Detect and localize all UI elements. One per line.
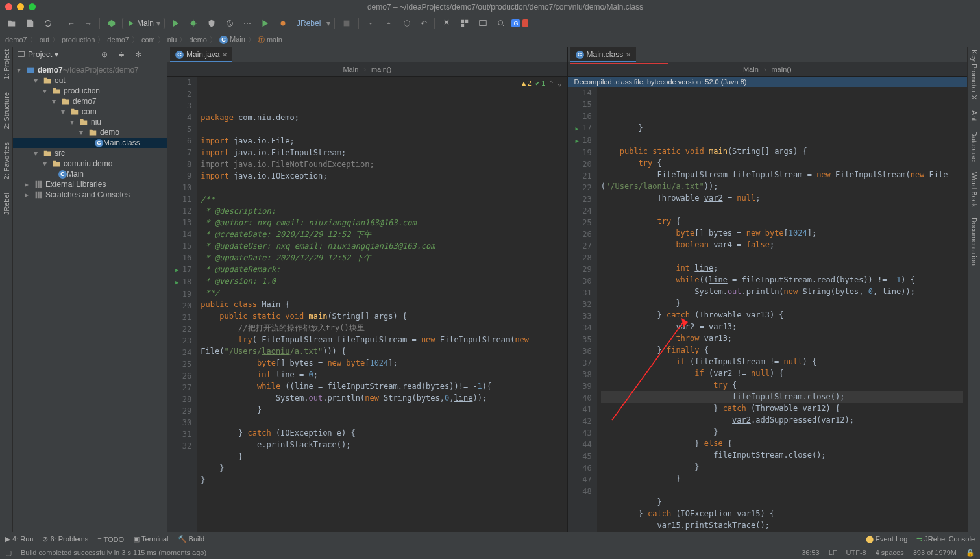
side-tab[interactable]: JRebel	[3, 193, 10, 215]
ok-badge[interactable]: ✔1	[535, 78, 545, 90]
hide-panel-icon[interactable]: —	[149, 48, 163, 61]
side-tab[interactable]: Documentation	[970, 217, 978, 266]
addon-button[interactable]	[522, 19, 528, 27]
run-button[interactable]	[167, 17, 183, 30]
vcs-history-button[interactable]	[399, 17, 415, 30]
close-tab-icon[interactable]: ✕	[222, 51, 227, 58]
project-target-icon[interactable]: ⊕	[98, 48, 111, 61]
stop-button[interactable]	[339, 17, 354, 30]
right-code-area[interactable]: 141516▶ 17▶ 1819202122232425262728293031…	[568, 87, 968, 532]
right-editor: CMain.class✕ Main›main() Decompiled .cla…	[568, 47, 968, 532]
maximize-window-icon[interactable]	[29, 3, 36, 10]
tab-main-java[interactable]: CMain.java✕	[170, 47, 232, 62]
ide-button[interactable]	[475, 17, 491, 30]
vcs-rollback-button[interactable]: ↶	[417, 17, 430, 30]
status-message: Build completed successfully in 3 s 115 …	[21, 549, 206, 556]
indent[interactable]: 4 spaces	[876, 549, 904, 556]
side-tab[interactable]: Word Book	[970, 172, 978, 207]
breadcrumb-item[interactable]: demo7	[5, 36, 27, 43]
translate-button[interactable]: G	[511, 19, 520, 27]
close-window-icon[interactable]	[5, 3, 12, 10]
tab-todo[interactable]: ≡ TODO	[97, 536, 124, 543]
tab-problems[interactable]: ⊘ 6: Problems	[42, 535, 88, 543]
tree-file[interactable]: CMain.class	[13, 138, 167, 148]
sync-button[interactable]	[40, 17, 56, 30]
tree-folder[interactable]: ▸Scratches and Consoles	[13, 190, 167, 200]
breadcrumb-item[interactable]: C Main	[219, 35, 245, 44]
left-code-area[interactable]: 12345678910111213141516▶ 17▶ 18192021222…	[167, 77, 567, 532]
encoding[interactable]: UTF-8	[846, 549, 866, 556]
warnings-badge[interactable]: ▲2	[522, 78, 532, 90]
tree-root[interactable]: ▾demo7 ~/IdeaProjects/demo7	[13, 65, 167, 75]
side-tab[interactable]: 2: Favorites	[3, 142, 10, 179]
editor-bc-method[interactable]: main()	[771, 66, 791, 73]
tree-folder[interactable]: ▸External Libraries	[13, 179, 167, 190]
project-tree[interactable]: ▾demo7 ~/IdeaProjects/demo7▾out▾producti…	[13, 62, 167, 203]
jrebel-run-button[interactable]	[257, 17, 273, 30]
jrebel-debug-button[interactable]	[275, 17, 291, 30]
close-tab-icon[interactable]: ✕	[626, 51, 631, 58]
tree-folder[interactable]: ▾com.niu.demo	[13, 158, 167, 169]
event-log-tab[interactable]: ⬤ Event Log	[866, 535, 908, 543]
side-tab[interactable]: Database	[970, 131, 978, 162]
coverage-button[interactable]	[204, 17, 219, 30]
tree-folder[interactable]: ▾demo	[13, 127, 167, 138]
inspection-up-icon[interactable]: ⌃	[549, 78, 554, 90]
svg-rect-11	[27, 68, 34, 73]
build-button[interactable]	[104, 17, 119, 30]
tab-main-class[interactable]: CMain.class✕	[570, 47, 637, 62]
side-tab[interactable]: 1: Project	[3, 49, 10, 79]
tree-folder[interactable]: ▾src	[13, 148, 167, 158]
breadcrumb-item[interactable]: com	[141, 36, 155, 43]
profile-button[interactable]	[222, 17, 238, 30]
search-button[interactable]	[493, 17, 509, 30]
svg-point-9	[498, 20, 503, 25]
tree-folder[interactable]: ▾com	[13, 106, 167, 117]
svg-rect-12	[36, 181, 38, 188]
svg-rect-6	[465, 19, 468, 22]
back-button[interactable]: ←	[64, 17, 79, 30]
forward-button[interactable]: →	[81, 17, 95, 30]
breadcrumb-item[interactable]: production	[62, 36, 95, 43]
side-tab[interactable]: 2: Structure	[3, 92, 10, 129]
tree-folder[interactable]: ▾niu	[13, 117, 167, 127]
vcs-commit-button[interactable]	[381, 17, 397, 30]
side-tab[interactable]: Key Promoter X	[970, 49, 978, 100]
run-config-selector[interactable]: Main ▾	[122, 18, 165, 29]
editor-bc-class[interactable]: Main	[743, 66, 759, 73]
minimize-window-icon[interactable]	[17, 3, 24, 10]
lock-icon[interactable]: 🔒	[966, 549, 975, 557]
line-sep[interactable]: LF	[829, 549, 837, 556]
breadcrumb-item[interactable]: demo7	[107, 36, 129, 43]
breadcrumb-item[interactable]: demo	[189, 36, 207, 43]
settings-button[interactable]	[439, 17, 454, 30]
vcs-update-button[interactable]	[363, 17, 378, 30]
open-button[interactable]	[4, 17, 19, 30]
breadcrumb-item[interactable]: out	[40, 36, 49, 43]
tree-folder[interactable]: ▾demo7	[13, 96, 167, 106]
tree-folder[interactable]: ▾out	[13, 75, 167, 86]
project-expand-icon[interactable]: ≑	[115, 48, 128, 61]
more-run-button[interactable]: ⋯	[240, 17, 254, 30]
status-bar: ▢ Build completed successfully in 3 s 11…	[0, 546, 980, 559]
breadcrumb-item[interactable]: ⓜ main	[258, 35, 282, 45]
breadcrumb-item[interactable]: niu	[167, 36, 177, 43]
svg-rect-14	[40, 181, 42, 188]
debug-button[interactable]	[186, 17, 201, 30]
memory[interactable]: 393 of 1979M	[913, 549, 957, 556]
project-structure-button[interactable]	[457, 17, 472, 30]
tab-build[interactable]: 🔨 Build	[178, 535, 205, 543]
tab-run[interactable]: ▶ 4: Run	[5, 535, 33, 543]
tree-file[interactable]: CMain	[13, 169, 167, 179]
editor-bc-class[interactable]: Main	[343, 66, 358, 73]
gear-icon[interactable]: ✻	[132, 48, 145, 61]
tree-folder[interactable]: ▾production	[13, 86, 167, 96]
inspection-down-icon[interactable]: ⌄	[557, 78, 562, 90]
save-button[interactable]	[22, 17, 38, 30]
svg-point-2	[281, 21, 286, 25]
editor-bc-method[interactable]: main()	[371, 66, 391, 73]
cursor-pos[interactable]: 36:53	[802, 549, 820, 556]
jrebel-console-tab[interactable]: ⇋ JRebel Console	[916, 535, 975, 543]
side-tab[interactable]: Ant	[970, 110, 978, 121]
tab-terminal[interactable]: ▣ Terminal	[133, 535, 168, 543]
